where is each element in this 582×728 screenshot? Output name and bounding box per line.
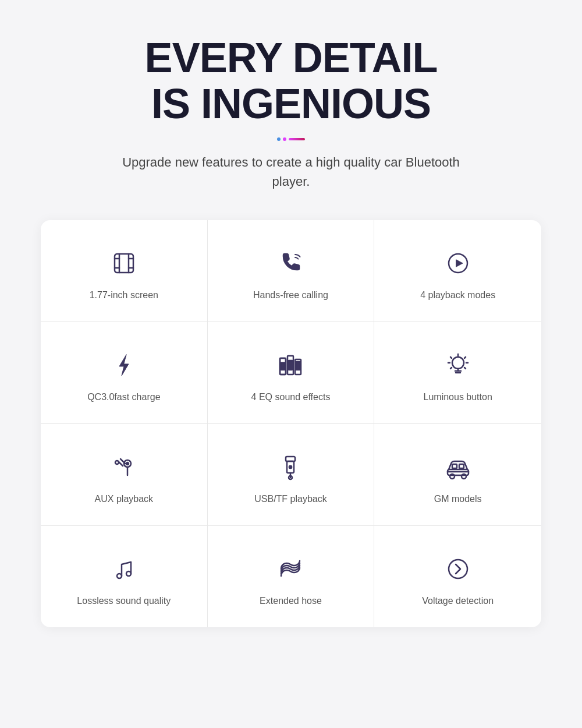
feature-cell-fast-charge: QC3.0fast charge (41, 322, 208, 424)
screen-icon (107, 246, 141, 281)
feature-cell-playback-modes: 4 playback modes (374, 220, 541, 322)
svg-point-25 (449, 560, 467, 578)
luminous-label: Luminous button (424, 392, 492, 402)
feature-cell-hose: Extended hose (208, 526, 375, 627)
svg-rect-16 (289, 466, 292, 468)
feature-cell-screen: 1.77-inch screen (41, 220, 208, 322)
lossless-label: Lossless sound quality (77, 596, 171, 606)
dash-pink (289, 138, 305, 140)
svg-point-10 (452, 357, 464, 369)
accent-decoration (116, 137, 466, 141)
features-grid: 1.77-inch screen Hands-free calling 4 pl… (41, 220, 541, 627)
header-section: EVERY DETAIL IS INGENIOUS Upgrade new fe… (116, 35, 466, 191)
feature-cell-lossless: Lossless sound quality (41, 526, 208, 627)
feature-cell-voltage: Voltage detection (374, 526, 541, 627)
handsfree-icon (273, 246, 308, 281)
svg-rect-7 (281, 363, 285, 370)
svg-rect-21 (452, 464, 457, 468)
svg-point-19 (450, 474, 455, 479)
aux-playback-icon (107, 450, 141, 485)
gm-models-label: GM models (434, 494, 482, 504)
voltage-icon (441, 552, 475, 586)
eq-effects-icon (273, 348, 308, 383)
fast-charge-icon (107, 348, 141, 383)
playback-modes-icon (441, 246, 475, 281)
feature-cell-handsfree: Hands-free calling (208, 220, 375, 322)
playback-modes-label: 4 playback modes (420, 290, 495, 301)
gm-models-icon (441, 450, 475, 485)
svg-point-23 (117, 574, 122, 578)
svg-point-20 (462, 474, 466, 479)
fast-charge-label: QC3.0fast charge (87, 392, 160, 402)
handsfree-label: Hands-free calling (253, 290, 328, 301)
hose-label: Extended hose (260, 596, 322, 606)
usb-tf-label: USB/TF playback (254, 494, 327, 504)
svg-marker-2 (456, 260, 463, 267)
eq-effects-label: 4 EQ sound effects (251, 392, 331, 402)
svg-rect-0 (115, 254, 133, 273)
svg-rect-22 (459, 464, 464, 468)
svg-rect-8 (288, 361, 293, 370)
feature-cell-usb-tf: USB/TF playback (208, 424, 375, 526)
voltage-label: Voltage detection (422, 596, 494, 606)
svg-point-12 (126, 462, 129, 465)
luminous-icon (441, 348, 475, 383)
screen-label: 1.77-inch screen (90, 290, 158, 301)
dot-pink (283, 137, 286, 141)
hose-icon (273, 552, 308, 586)
feature-cell-luminous: Luminous button (374, 322, 541, 424)
features-card: 1.77-inch screen Hands-free calling 4 pl… (41, 220, 541, 627)
aux-playback-label: AUX playback (95, 494, 154, 504)
svg-point-24 (126, 571, 131, 576)
feature-cell-aux-playback: AUX playback (41, 424, 208, 526)
svg-point-13 (115, 461, 119, 464)
dot-blue (277, 137, 281, 141)
subtitle: Upgrade new features to create a high qu… (116, 153, 466, 191)
lossless-icon (107, 552, 141, 586)
main-title: EVERY DETAIL IS INGENIOUS (116, 35, 466, 127)
feature-cell-eq-effects: 4 EQ sound effects (208, 322, 375, 424)
usb-tf-icon (273, 450, 308, 485)
svg-rect-9 (296, 362, 300, 370)
feature-cell-gm-models: GM models (374, 424, 541, 526)
